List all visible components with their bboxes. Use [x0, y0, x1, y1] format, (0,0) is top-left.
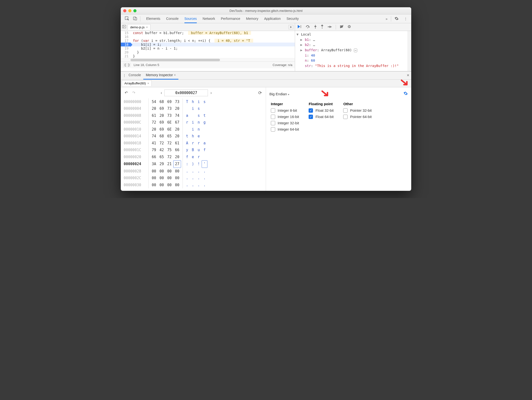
tab-memory[interactable]: Memory: [246, 15, 258, 23]
hex-byte[interactable]: 00: [173, 175, 181, 182]
hex-row[interactable]: 0000002066657220fer: [124, 154, 263, 161]
hex-byte[interactable]: 00: [166, 168, 173, 175]
scope-variable[interactable]: str: "This is a string in the ArrayBuffe…: [296, 63, 406, 69]
hex-byte[interactable]: 29: [158, 161, 166, 168]
hex-byte[interactable]: 00: [173, 168, 181, 175]
checkbox-float-32-bit[interactable]: ✓Float 32-bit: [309, 108, 334, 113]
close-window-button[interactable]: [123, 9, 126, 12]
ascii-byte[interactable]: n: [196, 119, 202, 126]
ascii-byte[interactable]: t: [184, 133, 190, 140]
hex-byte[interactable]: 66: [150, 154, 158, 161]
hex-row[interactable]: 0000001841727261Arra: [124, 140, 263, 147]
hex-byte[interactable]: 65: [166, 133, 173, 140]
checkbox-integer-64-bit[interactable]: Integer 64-bit: [271, 127, 299, 132]
tab-application[interactable]: Application: [264, 15, 281, 23]
ascii-byte[interactable]: .: [202, 168, 207, 175]
hex-row[interactable]: 0000001020696E20 in: [124, 126, 263, 133]
scope-variable[interactable]: ▶ buffer: ArrayBuffer(60) ⋯: [296, 48, 406, 53]
tab-console[interactable]: Console: [166, 15, 178, 23]
ascii-byte[interactable]: a: [184, 112, 190, 119]
pause-on-exceptions-icon[interactable]: [348, 25, 351, 29]
hex-byte[interactable]: 20: [158, 112, 166, 119]
ascii-byte[interactable]: B: [190, 147, 196, 154]
prev-page-icon[interactable]: ‹: [160, 90, 163, 96]
navigator-toggle-icon[interactable]: [122, 25, 126, 29]
step-out-icon[interactable]: [321, 25, 324, 29]
checkbox-integer-16-bit[interactable]: Integer 16-bit: [271, 115, 299, 119]
memory-tab-arraybuffer[interactable]: ArrayBuffer(60) ×: [122, 80, 152, 86]
ascii-byte[interactable]: s: [202, 98, 207, 105]
hex-byte[interactable]: 00: [150, 175, 158, 182]
tab-security[interactable]: Security: [287, 15, 299, 23]
code-line[interactable]: 15const buffer = b1.buffer; buffer = Arr…: [121, 31, 295, 35]
hex-row[interactable]: 0000000861207374a st: [124, 112, 263, 119]
hex-byte[interactable]: 20: [173, 126, 181, 133]
minimize-window-button[interactable]: [128, 9, 131, 12]
refresh-icon[interactable]: ⟳: [257, 89, 263, 96]
hex-row[interactable]: 0000000C72696E67ring: [124, 119, 263, 126]
checkbox-pointer-32-bit[interactable]: Pointer 32-bit: [343, 108, 372, 113]
close-tab-icon[interactable]: ×: [146, 25, 148, 29]
close-tab-icon[interactable]: ×: [173, 73, 176, 77]
inspect-icon[interactable]: [123, 15, 131, 23]
ascii-byte[interactable]: :: [184, 161, 190, 168]
hex-byte[interactable]: 75: [166, 147, 173, 154]
ascii-byte[interactable]: n: [196, 126, 202, 133]
scope-variable[interactable]: ▶ b2: …: [296, 42, 406, 48]
drawer-menu-icon[interactable]: ⋮: [123, 74, 126, 77]
ascii-byte[interactable]: g: [202, 119, 207, 126]
hex-byte[interactable]: 00: [150, 182, 158, 189]
hex-byte[interactable]: 72: [166, 154, 173, 161]
hex-byte[interactable]: 69: [166, 98, 173, 105]
resume-icon[interactable]: [297, 25, 302, 29]
zoom-window-button[interactable]: [133, 9, 137, 12]
ascii-byte[interactable]: T: [184, 98, 190, 105]
ascii-byte[interactable]: !: [196, 161, 202, 168]
hex-byte[interactable]: 74: [150, 133, 158, 140]
hex-byte[interactable]: 00: [173, 182, 181, 189]
hex-byte[interactable]: 67: [173, 119, 181, 126]
code-line[interactable]: 19 b2[i] = n - i - 1;: [121, 46, 295, 50]
ascii-byte[interactable]: s: [196, 112, 202, 119]
endianness-select[interactable]: Big Endian ▾: [269, 92, 289, 96]
ascii-byte[interactable]: .: [184, 182, 190, 189]
ascii-byte[interactable]: i: [190, 119, 196, 126]
hex-byte[interactable]: 41: [150, 140, 158, 147]
ascii-byte[interactable]: s: [196, 105, 202, 112]
hex-byte[interactable]: 00: [158, 182, 166, 189]
drawer-tab-memory-inspector[interactable]: Memory Inspector ×: [143, 71, 178, 80]
hex-byte[interactable]: 61: [173, 140, 181, 147]
ascii-byte[interactable]: .: [184, 175, 190, 182]
ascii-byte[interactable]: f: [202, 147, 207, 154]
hex-row[interactable]: 000000243A292127:)!': [124, 160, 263, 168]
hex-byte[interactable]: 00: [166, 175, 173, 182]
hex-byte[interactable]: 68: [158, 98, 166, 105]
hex-byte[interactable]: 3A: [150, 161, 158, 168]
hex-byte[interactable]: 73: [173, 98, 181, 105]
ascii-byte[interactable]: u: [196, 147, 202, 154]
hex-byte[interactable]: 6E: [166, 126, 173, 133]
redo-icon[interactable]: ↷: [131, 89, 136, 96]
hex-byte[interactable]: 74: [173, 112, 181, 119]
code-line[interactable]: 16: [121, 35, 295, 39]
ascii-byte[interactable]: a: [202, 140, 207, 147]
close-drawer-icon[interactable]: ×: [407, 73, 409, 78]
scope-variable[interactable]: ▶ b1: …: [296, 37, 406, 43]
scope-variable[interactable]: n: 60: [296, 58, 406, 63]
hex-row[interactable]: 0000002C00000000....: [124, 175, 263, 182]
hex-byte[interactable]: 72: [158, 140, 166, 147]
hex-byte[interactable]: 00: [158, 175, 166, 182]
hex-byte[interactable]: 68: [158, 133, 166, 140]
ascii-byte[interactable]: .: [196, 175, 202, 182]
scope-scrollbar[interactable]: [407, 31, 411, 71]
hex-byte[interactable]: 20: [173, 154, 181, 161]
drawer-tab-console[interactable]: Console: [126, 71, 143, 80]
hex-byte[interactable]: 66: [173, 147, 181, 154]
scope-variable[interactable]: i: 40: [296, 53, 406, 58]
ascii-byte[interactable]: .: [196, 182, 202, 189]
hex-byte[interactable]: 20: [173, 133, 181, 140]
hex-byte[interactable]: 42: [158, 147, 166, 154]
ascii-byte[interactable]: r: [190, 140, 196, 147]
tab-network[interactable]: Network: [203, 15, 215, 23]
hex-row[interactable]: 0000001474686520the: [124, 133, 263, 140]
